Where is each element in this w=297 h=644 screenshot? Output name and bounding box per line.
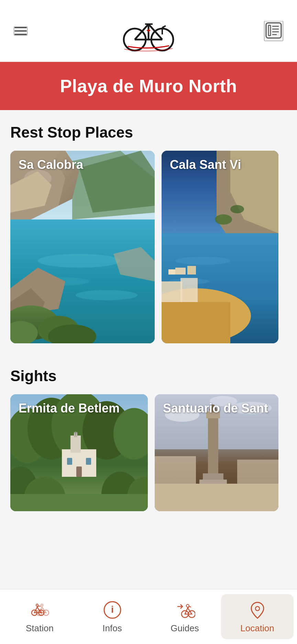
card-santuario-label: Santuario de Sant [163, 401, 268, 416]
nav-infos-label: Infos [102, 623, 122, 634]
location-icon [247, 600, 268, 620]
hero-banner: Playa de Muro North [0, 62, 297, 110]
svg-rect-51 [162, 281, 182, 302]
svg-rect-79 [155, 484, 278, 511]
svg-line-3 [148, 24, 162, 40]
bottom-navigation: Station i Infos G [0, 589, 297, 644]
guides-icon [175, 600, 195, 620]
infos-icon: i [102, 600, 123, 620]
svg-point-94 [41, 604, 43, 606]
rest-stop-section: Rest Stop Places [0, 110, 297, 354]
nav-item-location[interactable]: Location [221, 594, 294, 639]
svg-point-23 [38, 254, 120, 268]
nav-item-infos[interactable]: i Infos [76, 594, 148, 639]
station-icon [30, 600, 50, 620]
svg-rect-60 [70, 436, 81, 453]
svg-rect-80 [155, 456, 196, 484]
svg-line-101 [190, 607, 191, 607]
svg-rect-46 [168, 269, 175, 275]
svg-rect-64 [67, 458, 72, 465]
svg-rect-66 [76, 466, 82, 477]
svg-line-2 [135, 24, 148, 40]
svg-rect-44 [175, 268, 186, 275]
card-cala-sant-vi-label: Cala Sant Vi [170, 158, 241, 172]
svg-point-47 [215, 214, 232, 225]
sights-cards: Ermita de Betlem [10, 394, 287, 511]
svg-rect-14 [268, 25, 271, 35]
card-santuario-de-sant[interactable]: Santuario de Sant [155, 394, 278, 511]
nav-item-station[interactable]: Station [3, 594, 76, 639]
sights-section: Sights [0, 354, 297, 580]
rest-stop-title: Rest Stop Places [10, 124, 287, 141]
hero-title: Playa de Muro North [10, 76, 287, 96]
svg-point-49 [175, 257, 230, 265]
card-ermita-de-betlem[interactable]: Ermita de Betlem [10, 394, 148, 511]
rest-stop-cards: Sa Calobra [10, 151, 287, 343]
app-logo [114, 9, 183, 53]
card-ermita-label: Ermita de Betlem [19, 401, 120, 416]
svg-text:i: i [111, 604, 114, 615]
card-sa-calobra[interactable]: Sa Calobra [10, 151, 155, 343]
svg-rect-12 [148, 29, 149, 32]
svg-rect-52 [180, 278, 198, 302]
svg-rect-77 [203, 473, 223, 480]
card-sa-calobra-label: Sa Calobra [19, 158, 83, 172]
svg-rect-45 [187, 266, 196, 275]
svg-rect-65 [86, 458, 91, 465]
svg-point-90 [36, 604, 38, 606]
nav-location-label: Location [240, 623, 274, 634]
news-button[interactable] [264, 21, 283, 41]
nav-item-guides[interactable]: Guides [148, 594, 221, 639]
svg-point-102 [186, 604, 189, 607]
svg-rect-43 [162, 302, 230, 343]
card-cala-sant-vi[interactable]: Cala Sant Vi [162, 151, 278, 343]
svg-rect-71 [10, 494, 148, 511]
svg-rect-81 [237, 460, 278, 484]
svg-line-89 [39, 606, 41, 607]
nav-guides-label: Guides [170, 623, 199, 634]
svg-point-48 [230, 205, 244, 213]
app-header [0, 0, 297, 62]
svg-rect-73 [208, 415, 218, 477]
menu-button[interactable] [14, 26, 28, 35]
svg-point-104 [255, 607, 260, 611]
nav-station-label: Station [26, 623, 54, 634]
svg-point-25 [76, 290, 138, 300]
sights-title: Sights [10, 367, 287, 385]
